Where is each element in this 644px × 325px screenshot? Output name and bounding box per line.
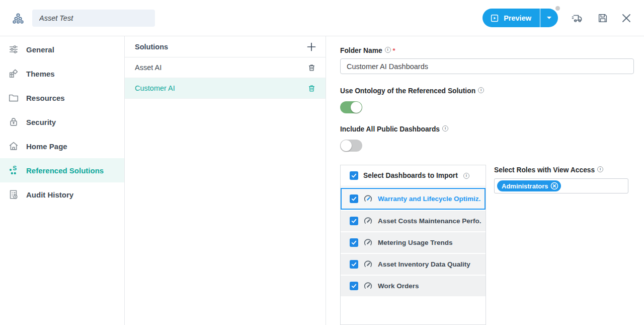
sidebar-item-security[interactable]: Security — [0, 110, 124, 134]
folder-name-label: Folder Name — [340, 47, 382, 54]
role-chip-administrators: Administrators — [497, 180, 561, 191]
delete-solution-trash-icon[interactable] — [307, 63, 316, 72]
info-icon[interactable]: i — [478, 87, 484, 93]
themes-icon — [8, 68, 19, 79]
audit-history-icon — [8, 189, 19, 200]
preview-button-label: Preview — [504, 14, 531, 22]
use-ontology-label: Use Ontology of the Referenced Solution — [340, 87, 475, 95]
toggle-knob — [351, 102, 362, 113]
use-ontology-toggle[interactable] — [340, 101, 362, 113]
dashboard-gauge-icon — [363, 238, 373, 247]
include-public-label-row: Include All Public Dashboardsi — [340, 125, 634, 133]
preview-split-button: Preview — [482, 9, 558, 27]
sidebar-item-label: Themes — [26, 70, 55, 78]
sidebar-item-label: Security — [26, 118, 56, 126]
folder-icon — [8, 92, 19, 103]
role-chip-label: Administrators — [502, 182, 548, 190]
home-icon — [8, 141, 19, 152]
sidebar-item-themes[interactable]: Themes — [0, 61, 124, 86]
dashboard-label: Warranty and Lifecycle Optimiz... — [378, 195, 480, 203]
dashboards-list-header: Select Dashboards to Importi — [341, 165, 486, 186]
sidebar-item-label: Referenced Solutions — [26, 166, 104, 175]
solution-name: Asset AI — [135, 63, 162, 72]
project-title-input[interactable] — [32, 10, 155, 27]
svg-text:S: S — [13, 165, 17, 172]
dashboards-header-label: Select Dashboards to Import — [363, 172, 458, 179]
dashboard-row[interactable]: Warranty and Lifecycle Optimiz... — [341, 188, 486, 210]
solution-row-asset-ai[interactable]: Asset AI — [125, 57, 326, 78]
solutions-header: Solutions — [125, 36, 326, 57]
roles-column: Select Roles with View Accessi Administr… — [494, 165, 628, 193]
checkmark-icon — [351, 196, 357, 202]
roles-multiselect-input[interactable]: Administrators — [494, 178, 628, 193]
add-solution-button[interactable] — [306, 42, 316, 52]
dashboard-label: Metering Usage Trends — [378, 239, 453, 246]
dashboard-row[interactable]: Asset Inventory Data Quality — [341, 254, 486, 275]
app-logo-cluster-icon — [11, 11, 25, 25]
dashboard-label: Asset Inventory Data Quality — [378, 261, 470, 268]
solutions-panel: Solutions Asset AI Customer AI — [125, 36, 326, 325]
publish-truck-icon[interactable] — [572, 12, 584, 24]
lock-icon — [8, 116, 19, 127]
preview-button[interactable]: Preview — [482, 9, 540, 27]
dashboard-checkbox[interactable] — [350, 260, 358, 269]
info-icon[interactable]: i — [385, 47, 391, 53]
sidebar-item-general[interactable]: General — [0, 37, 124, 61]
dashboard-gauge-icon — [363, 259, 373, 269]
checkmark-icon — [351, 239, 357, 246]
include-public-dashboards-toggle[interactable] — [340, 140, 362, 152]
use-ontology-label-row: Use Ontology of the Referenced Solutioni — [340, 87, 634, 95]
dashboard-checkbox[interactable] — [350, 282, 358, 290]
dashboard-label: Asset Costs Maintenance Perfo... — [378, 217, 481, 225]
folder-name-label-row: Folder Namei* — [340, 47, 634, 54]
dashboard-checkbox[interactable] — [350, 217, 358, 225]
sidebar-item-referenced-solutions[interactable]: S Referenced Solutions — [0, 158, 124, 182]
preview-dropdown-caret[interactable] — [540, 9, 558, 27]
remove-role-icon[interactable] — [550, 182, 558, 190]
folder-name-input[interactable] — [340, 58, 634, 74]
sidebar-item-label: Resources — [26, 94, 65, 102]
roles-label: Select Roles with View Access — [494, 166, 595, 174]
sidebar-item-audit-history[interactable]: Audit History — [0, 182, 124, 207]
save-icon[interactable] — [597, 13, 608, 24]
dashboards-import-list: Select Dashboards to Importi Warranty an… — [340, 165, 486, 325]
required-asterisk: * — [393, 47, 395, 54]
dashboard-row[interactable]: Asset Costs Maintenance Perfo... — [341, 211, 486, 231]
info-icon[interactable]: i — [597, 166, 603, 172]
dashboard-row[interactable]: Work Orders — [341, 276, 486, 296]
sidebar-item-label: Home Page — [26, 142, 67, 151]
sidebar-item-label: General — [26, 45, 54, 54]
dashboard-gauge-icon — [363, 281, 373, 291]
checkmark-icon — [351, 218, 357, 224]
checkmark-icon — [351, 261, 357, 268]
include-public-dashboards-label: Include All Public Dashboards — [340, 125, 440, 133]
solution-name: Customer AI — [135, 84, 175, 92]
sidebar-item-label: Audit History — [26, 190, 73, 199]
settings-sidebar: General Themes Resources — [0, 36, 125, 325]
solutions-title: Solutions — [135, 43, 168, 51]
dashboard-checkbox[interactable] — [350, 238, 358, 247]
dashboard-checkbox[interactable] — [350, 194, 358, 203]
app-window: Preview — [0, 0, 644, 325]
folder-details-panel: Folder Namei* Use Ontology of the Refere… — [326, 36, 644, 325]
tune-icon — [8, 44, 19, 55]
dashboard-row[interactable]: Metering Usage Trends — [341, 232, 486, 253]
sidebar-item-resources[interactable]: Resources — [0, 86, 124, 110]
checkmark-icon — [351, 172, 357, 179]
solution-row-customer-ai[interactable]: Customer AI — [125, 78, 326, 99]
info-icon[interactable]: i — [442, 125, 448, 132]
delete-solution-trash-icon[interactable] — [307, 84, 316, 93]
notification-dot — [555, 6, 560, 11]
dashboards-and-roles-row: Select Dashboards to Importi Warranty an… — [340, 165, 634, 325]
solutions-cluster-icon: S — [8, 165, 19, 176]
roles-label-row: Select Roles with View Accessi — [494, 166, 628, 174]
chevron-down-icon — [546, 16, 552, 20]
dashboard-label: Work Orders — [378, 282, 419, 290]
slideshow-play-icon — [490, 14, 499, 23]
info-icon[interactable]: i — [463, 173, 469, 179]
dashboard-gauge-icon — [363, 216, 373, 226]
close-icon[interactable] — [622, 14, 631, 23]
sidebar-item-home-page[interactable]: Home Page — [0, 134, 124, 158]
top-bar: Preview — [0, 0, 644, 36]
select-all-dashboards-checkbox[interactable] — [350, 171, 358, 180]
